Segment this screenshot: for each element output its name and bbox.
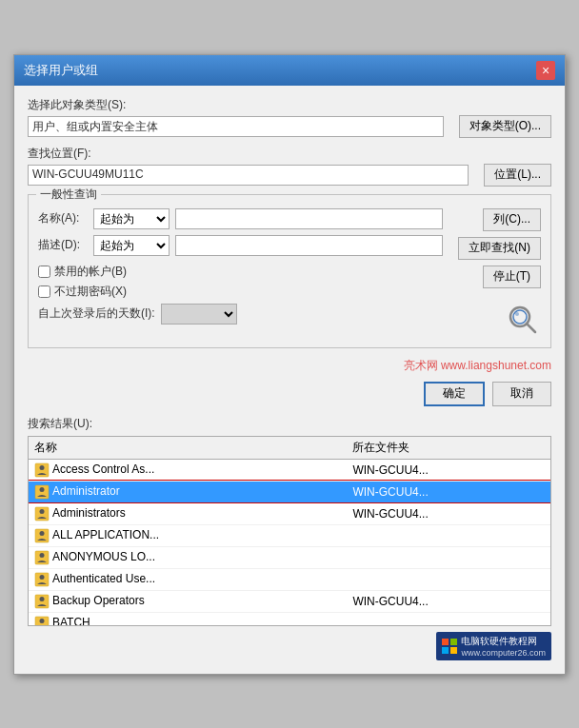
results-table: 名称 所在文件夹 Access Control As...WIN-GCUU4..… [29, 437, 550, 626]
bottom-watermark-area: 电脑软硬件教程网 www.computer26.com [28, 626, 551, 664]
table-row[interactable]: Backup OperatorsWIN-GCUU4... [29, 590, 550, 612]
name-label: 名称(A): [38, 210, 88, 226]
no-expire-checkbox[interactable] [38, 285, 50, 298]
close-button[interactable]: × [536, 61, 555, 80]
results-table-wrapper[interactable]: 名称 所在文件夹 Access Control As...WIN-GCUU4..… [28, 436, 551, 626]
col-name-header: 名称 [29, 437, 347, 460]
row-folder-cell [347, 612, 550, 626]
row-icon [34, 462, 50, 478]
disabled-account-checkbox[interactable] [38, 266, 50, 278]
table-row[interactable]: ANONYMOUS LO... [29, 546, 550, 568]
days-label: 自上次登录后的天数(I): [38, 305, 155, 322]
location-label: 查找位置(F): [28, 146, 551, 162]
svg-point-1 [513, 310, 527, 324]
svg-point-9 [40, 509, 45, 514]
row-name-cell: Authenticated Use... [29, 568, 347, 590]
results-table-header: 名称 所在文件夹 [29, 437, 550, 460]
action-buttons: 确定 取消 [28, 382, 551, 406]
row-folder-cell [347, 568, 550, 590]
row-folder-cell: WIN-GCUU4... [347, 590, 550, 612]
object-type-button[interactable]: 对象类型(O)... [459, 115, 551, 138]
windows-logo-icon [442, 639, 457, 654]
section-title: 一般性查询 [36, 187, 101, 203]
svg-rect-31 [450, 647, 457, 654]
object-type-label: 选择此对象类型(S): [28, 97, 551, 113]
row-icon [34, 550, 50, 565]
object-type-row: 选择此对象类型(S): 用户、组或内置安全主体 对象类型(O)... [28, 97, 551, 138]
days-select[interactable] [161, 304, 237, 325]
bottom-logo: 电脑软硬件教程网 www.computer26.com [436, 632, 551, 660]
location-row: 查找位置(F): WIN-GCUU49MU11C 位置(L)... [28, 146, 551, 187]
row-name-cell: Administrators [29, 502, 347, 524]
confirm-button[interactable]: 确定 [424, 382, 485, 406]
search-icon [505, 302, 541, 338]
dialog-title: 选择用户或组 [24, 62, 98, 79]
no-expire-label: 不过期密码(X) [54, 284, 127, 300]
row-folder-cell: WIN-GCUU4... [347, 459, 550, 481]
table-row[interactable]: AdministratorWIN-GCUU4... [29, 481, 550, 502]
location-button[interactable]: 位置(L)... [484, 164, 551, 187]
row-folder-cell: WIN-GCUU4... [347, 502, 550, 524]
svg-point-13 [40, 553, 45, 558]
general-query-section: 一般性查询 名称(A): 起始为 描述(D): 起 [28, 194, 551, 348]
col-folder-header: 所在文件夹 [347, 437, 550, 460]
table-row[interactable]: Access Control As...WIN-GCUU4... [29, 459, 550, 481]
table-row[interactable]: ALL APPLICATION... [29, 524, 550, 546]
row-icon [34, 594, 50, 609]
svg-point-15 [40, 575, 45, 580]
svg-point-3 [515, 312, 519, 316]
disabled-account-label: 禁用的帐户(B) [54, 264, 127, 280]
svg-point-19 [40, 619, 45, 623]
object-type-value: 用户、组或内置安全主体 [28, 116, 444, 137]
svg-line-2 [527, 324, 535, 332]
row-name-cell: Backup Operators [29, 590, 347, 612]
svg-point-17 [40, 597, 45, 601]
row-name-cell: Access Control As... [29, 459, 347, 481]
disabled-account-row: 禁用的帐户(B) [38, 264, 443, 280]
svg-point-11 [40, 531, 45, 536]
name-input[interactable] [175, 208, 443, 229]
search-now-button[interactable]: 立即查找(N) [458, 237, 541, 260]
row-icon [34, 528, 50, 543]
bottom-site-name: 电脑软硬件教程网 [461, 635, 546, 648]
table-row[interactable]: AdministratorsWIN-GCUU4... [29, 502, 550, 524]
results-label: 搜索结果(U): [28, 416, 551, 432]
row-name-cell: ANONYMOUS LO... [29, 546, 347, 568]
row-icon [34, 484, 50, 500]
desc-input[interactable] [175, 235, 443, 256]
svg-point-5 [40, 465, 45, 470]
row-icon [34, 506, 50, 521]
column-button[interactable]: 列(C)... [483, 208, 541, 231]
bottom-site-url: www.computer26.com [461, 648, 546, 658]
row-icon [34, 572, 50, 587]
svg-point-7 [40, 487, 45, 492]
stop-button[interactable]: 停止(T) [483, 266, 541, 288]
table-row[interactable]: Authenticated Use... [29, 568, 550, 590]
row-icon [34, 616, 50, 626]
svg-rect-29 [450, 639, 457, 645]
days-row: 自上次登录后的天数(I): [38, 304, 443, 325]
no-expire-row: 不过期密码(X) [38, 284, 443, 300]
cancel-button[interactable]: 取消 [492, 382, 551, 406]
name-condition-select[interactable]: 起始为 [93, 208, 170, 229]
watermark: 亮术网 www.liangshunet.com [28, 358, 551, 374]
svg-rect-28 [442, 639, 449, 645]
table-row[interactable]: BATCH [29, 612, 550, 626]
row-folder-cell [347, 524, 550, 546]
desc-condition-select[interactable]: 起始为 [93, 235, 170, 256]
row-name-cell: ALL APPLICATION... [29, 524, 347, 546]
row-folder-cell [347, 546, 550, 568]
dialog-body: 选择此对象类型(S): 用户、组或内置安全主体 对象类型(O)... 查找位置(… [14, 86, 565, 674]
location-value: WIN-GCUU49MU11C [28, 165, 469, 186]
search-icon-area [505, 302, 541, 338]
results-tbody: Access Control As...WIN-GCUU4... Adminis… [29, 459, 550, 626]
row-name-cell: BATCH [29, 612, 347, 626]
select-user-group-dialog: 选择用户或组 × 选择此对象类型(S): 用户、组或内置安全主体 对象类型(O)… [13, 54, 566, 675]
row-folder-cell: WIN-GCUU4... [347, 481, 550, 502]
svg-rect-30 [442, 647, 449, 654]
row-name-cell: Administrator [29, 481, 347, 502]
title-bar: 选择用户或组 × [14, 55, 565, 86]
desc-label: 描述(D): [38, 237, 88, 253]
